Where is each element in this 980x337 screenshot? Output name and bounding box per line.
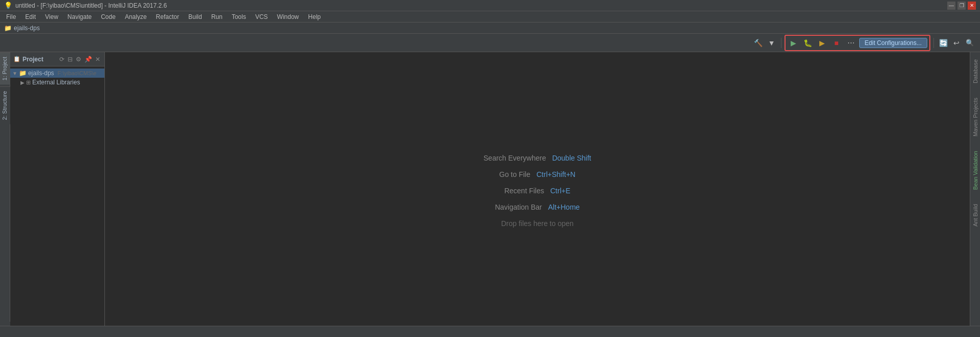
edit-configurations-button[interactable]: Edit Configurations... xyxy=(859,38,927,48)
project-name-label: ejails-dps xyxy=(14,25,40,32)
folder-icon: 📁 xyxy=(19,70,27,77)
menu-code[interactable]: Code xyxy=(97,12,120,21)
tree-root-item[interactable]: ▼ 📁 ejails-dps F:\yibao\CMS\e xyxy=(10,69,104,78)
hint-search-everywhere: Search Everywhere Double Shift xyxy=(484,154,591,162)
toolbar-revert-btn[interactable]: ↩ xyxy=(950,37,963,49)
hint-drop-files: Drop files here to open xyxy=(501,219,574,228)
project-panel: 📋 Project ⟳ ⊟ ⚙ 📌 ✕ ▼ 📁 ejails-dps F:\yi… xyxy=(10,52,105,337)
close-button[interactable]: ✕ xyxy=(968,2,976,10)
tab-ant-build[interactable]: Ant Build xyxy=(971,202,979,229)
toolbar-debug-btn[interactable]: 🐛 xyxy=(802,37,814,49)
menu-navigate[interactable]: Navigate xyxy=(63,12,96,21)
menu-run[interactable]: Run xyxy=(207,12,227,21)
panel-hide-btn[interactable]: ✕ xyxy=(94,56,101,63)
panel-project-icon: 📋 xyxy=(13,56,20,62)
main-content-area: 📋 Project ⟳ ⊟ ⚙ 📌 ✕ ▼ 📁 ejails-dps F:\yi… xyxy=(10,52,970,337)
status-bar xyxy=(0,326,980,337)
recent-files-label: Recent Files xyxy=(504,187,544,195)
edit-config-highlight-area: ▶ 🐛 ▶ ■ ⋯ Edit Configurations... xyxy=(785,35,930,51)
menu-file[interactable]: File xyxy=(2,12,20,21)
right-side-tabs: Database Maven Projects Bean Validation … xyxy=(970,52,980,337)
tab-maven[interactable]: Maven Projects xyxy=(971,96,979,139)
menu-build[interactable]: Build xyxy=(184,12,206,21)
toolbar-run-with-coverage-btn[interactable]: ▶ xyxy=(816,37,829,49)
project-name-bar: 📁 ejails-dps xyxy=(0,23,980,34)
tree-arrow-collapsed: ▶ xyxy=(20,80,25,85)
menu-edit[interactable]: Edit xyxy=(21,12,40,21)
restore-button[interactable]: ❐ xyxy=(957,2,966,10)
project-panel-header: 📋 Project ⟳ ⊟ ⚙ 📌 ✕ xyxy=(10,52,104,66)
menu-tools[interactable]: Tools xyxy=(228,12,250,21)
editor-area: Search Everywhere Double Shift Go to Fil… xyxy=(105,52,970,337)
panel-sync-btn[interactable]: ⟳ xyxy=(58,56,66,63)
toolbar-sep1 xyxy=(781,38,781,48)
left-side-tabs: 1: Project 2: Structure ★ xyxy=(0,52,10,337)
panel-title-label: Project xyxy=(23,56,43,63)
navigation-bar-key: Alt+Home xyxy=(548,203,580,211)
toolbar-more-btn[interactable]: ⋯ xyxy=(845,37,857,49)
libs-icon: ⊞ xyxy=(26,79,31,86)
menu-help[interactable]: Help xyxy=(304,12,325,21)
menu-analyze[interactable]: Analyze xyxy=(121,12,151,21)
menu-bar: File Edit View Navigate Code Analyze Ref… xyxy=(0,11,980,23)
panel-settings-btn[interactable]: ⚙ xyxy=(75,56,82,63)
toolbar-run-btn[interactable]: ▶ xyxy=(788,37,800,49)
title-bar: 💡 untitled - [F:\yibao\CMS\untitled] - I… xyxy=(0,0,980,11)
go-to-file-key: Ctrl+Shift+N xyxy=(536,170,575,178)
window-controls: — ❐ ✕ xyxy=(947,2,976,10)
toolbar-run-dropdown[interactable]: ▼ xyxy=(766,37,778,49)
app-icon: 💡 xyxy=(4,2,12,9)
panel-pin-btn[interactable]: 📌 xyxy=(83,56,93,63)
panel-collapse-btn[interactable]: ⊟ xyxy=(67,56,74,63)
recent-files-key: Ctrl+E xyxy=(550,187,570,195)
toolbar-update-btn[interactable]: 🔄 xyxy=(937,37,949,49)
tab-bean-validation[interactable]: Bean Validation xyxy=(971,149,979,192)
toolbar-build-btn[interactable]: 🔨 xyxy=(752,37,765,49)
search-everywhere-label: Search Everywhere xyxy=(484,154,546,162)
hint-navigation-bar: Navigation Bar Alt+Home xyxy=(495,203,580,211)
menu-view[interactable]: View xyxy=(41,12,62,21)
tree-arrow-expanded: ▼ xyxy=(12,71,17,76)
hint-recent-files: Recent Files Ctrl+E xyxy=(504,187,570,195)
window-title: untitled - [F:\yibao\CMS\untitled] - Int… xyxy=(15,2,167,9)
hint-go-to-file: Go to File Ctrl+Shift+N xyxy=(499,170,576,178)
menu-refactor[interactable]: Refactor xyxy=(152,12,183,21)
drop-files-label: Drop files here to open xyxy=(501,219,574,228)
tree-root-label: ejails-dps xyxy=(28,70,54,77)
project-folder-icon: 📁 xyxy=(4,25,12,32)
main-toolbar: 🔨 ▼ ▶ 🐛 ▶ ■ ⋯ Edit Configurations... 🔄 ↩… xyxy=(0,34,980,52)
toolbar-left-group: 🔨 ▼ ▶ 🐛 ▶ ■ ⋯ Edit Configurations... 🔄 ↩… xyxy=(750,35,978,51)
tab-structure[interactable]: 2: Structure xyxy=(0,86,10,124)
tab-database[interactable]: Database xyxy=(971,57,979,85)
menu-window[interactable]: Window xyxy=(273,12,303,21)
minimize-button[interactable]: — xyxy=(947,2,955,10)
toolbar-search-btn[interactable]: 🔍 xyxy=(964,37,976,49)
menu-vcs[interactable]: VCS xyxy=(251,12,272,21)
go-to-file-label: Go to File xyxy=(499,170,531,178)
navigation-bar-label: Navigation Bar xyxy=(495,203,542,211)
tree-external-libs-label: External Libraries xyxy=(32,79,80,86)
search-everywhere-key: Double Shift xyxy=(552,154,591,162)
tree-external-libs[interactable]: ▶ ⊞ External Libraries xyxy=(10,78,104,87)
toolbar-stop-btn[interactable]: ■ xyxy=(831,37,843,49)
tab-project[interactable]: 1: Project xyxy=(0,52,10,84)
project-tree: ▼ 📁 ejails-dps F:\yibao\CMS\e ▶ ⊞ Extern… xyxy=(10,66,104,337)
toolbar-sep2 xyxy=(933,38,934,48)
tree-root-path: F:\yibao\CMS\e xyxy=(58,70,97,76)
panel-header-buttons: ⟳ ⊟ ⚙ 📌 ✕ xyxy=(58,56,101,63)
